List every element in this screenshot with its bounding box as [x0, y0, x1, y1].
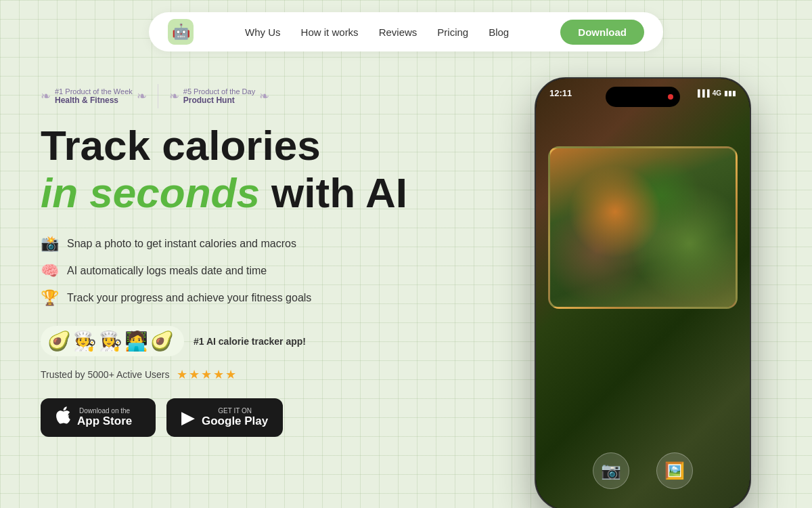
app-store-button[interactable]: Download on the App Store [41, 398, 156, 437]
apple-icon [55, 406, 70, 429]
badge-text-2: #5 Product of the Day Product Hunt [183, 87, 255, 105]
feature-text-3: Track your progress and achieve your fit… [67, 292, 311, 304]
badge-text-1: #1 Product of the Week Health & Fitness [55, 87, 133, 105]
avatar-3: 👩‍🍳 [99, 330, 122, 352]
nav-how-it-works[interactable]: How it works [301, 26, 359, 38]
logo-emoji: 🤖 [172, 23, 190, 41]
main-content: ❧ #1 Product of the Week Health & Fitnes… [0, 64, 812, 508]
award-badges: ❧ #1 Product of the Week Health & Fitnes… [41, 84, 487, 108]
hero-headline-2: in seconds with AI [41, 170, 487, 216]
hero-headline-1: Track calories [41, 123, 487, 167]
network-type: 4G [713, 89, 721, 97]
dynamic-island-dot [668, 94, 673, 100]
feature-item-2: 🧠 AI automatically logs meals date and t… [41, 262, 487, 280]
badge-product-hunt: ❧ #5 Product of the Day Product Hunt ❧ [169, 87, 269, 105]
nav-links: Why Us How it works Reviews Pricing Blog [245, 26, 509, 38]
laurel-left-icon-2: ❧ [169, 89, 179, 104]
phone-mockup: 12:11 ▐▐▐ 4G ▮▮▮ 📷 [535, 77, 751, 508]
navbar: 🤖 Why Us How it works Reviews Pricing Bl… [149, 12, 663, 51]
dynamic-island [606, 87, 680, 107]
features-list: 📸 Snap a photo to get instant calories a… [41, 235, 487, 307]
avatar-2: 🧑‍🍳 [73, 330, 97, 352]
badge-divider [158, 84, 158, 108]
phone-bottom-controls: 📷 🖼️ [536, 452, 750, 489]
camera-button[interactable]: 📷 [593, 452, 629, 489]
trusted-text: Trusted by 5000+ Active Users [41, 369, 170, 380]
nav-download-button[interactable]: Download [560, 20, 644, 45]
laurel-right-icon-2: ❧ [259, 89, 269, 104]
google-play-text: GET IT ON Google Play [202, 407, 268, 428]
feature-text-1: Snap a photo to get instant calories and… [67, 238, 296, 250]
feature-emoji-2: 🧠 [41, 262, 59, 280]
status-icons: ▐▐▐ 4G ▮▮▮ [695, 89, 736, 97]
hero-dark-text: with AI [260, 169, 407, 216]
badge-rank-1: #1 Product of the Week [55, 87, 133, 96]
food-bowl-frame [548, 146, 738, 309]
gallery-icon: 🖼️ [664, 461, 685, 480]
google-play-large-text: Google Play [202, 415, 268, 428]
phone-section: 12:11 ▐▐▐ 4G ▮▮▮ 📷 [514, 77, 771, 508]
nav-pricing[interactable]: Pricing [437, 26, 468, 38]
badge-category-1: Health & Fitness [55, 96, 133, 105]
nav-blog[interactable]: Blog [489, 26, 509, 38]
play-icon: ▶ [181, 407, 195, 428]
badge-health-fitness: ❧ #1 Product of the Week Health & Fitnes… [41, 87, 147, 105]
feature-item-3: 🏆 Track your progress and achieve your f… [41, 289, 487, 307]
phone-food-background [536, 79, 750, 508]
gallery-button[interactable]: 🖼️ [656, 452, 693, 489]
camera-icon: 📷 [601, 461, 621, 480]
laurel-right-icon: ❧ [137, 89, 147, 104]
hero-green-text: in seconds [41, 169, 260, 216]
user-avatars-row: 🥑 🧑‍🍳 👩‍🍳 🧑‍💻 🥑 #1 AI calorie tracker ap… [41, 326, 487, 356]
avatar-1: 🥑 [47, 330, 71, 352]
google-play-button[interactable]: ▶ GET IT ON Google Play [166, 398, 283, 437]
nav-why-us[interactable]: Why Us [245, 26, 281, 38]
app-store-small-text: Download on the [77, 407, 132, 415]
phone-screen: 12:11 ▐▐▐ 4G ▮▮▮ 📷 [536, 79, 750, 508]
battery-icon: ▮▮▮ [724, 89, 736, 97]
avatars-group: 🥑 🧑‍🍳 👩‍🍳 🧑‍💻 🥑 [41, 326, 184, 356]
hero-left: ❧ #1 Product of the Week Health & Fitnes… [41, 77, 487, 437]
google-play-small-text: GET IT ON [202, 407, 268, 415]
avatar-4: 🧑‍💻 [125, 330, 148, 352]
star-rating: ★★★★★ [177, 367, 238, 382]
logo: 🤖 [168, 19, 194, 45]
feature-emoji-3: 🏆 [41, 289, 59, 307]
feature-emoji-1: 📸 [41, 235, 59, 253]
food-bowl-image [550, 148, 736, 307]
app-store-large-text: App Store [77, 415, 132, 428]
store-buttons: Download on the App Store ▶ GET IT ON Go… [41, 398, 487, 437]
badge-rank-2: #5 Product of the Day [183, 87, 255, 96]
ai-badge-label: #1 AI calorie tracker app! [194, 336, 306, 347]
trusted-row: Trusted by 5000+ Active Users ★★★★★ [41, 367, 487, 382]
feature-text-2: AI automatically logs meals date and tim… [67, 265, 267, 277]
app-store-text: Download on the App Store [77, 407, 132, 428]
laurel-left-icon: ❧ [41, 89, 51, 104]
feature-item-1: 📸 Snap a photo to get instant calories a… [41, 235, 487, 253]
nav-reviews[interactable]: Reviews [379, 26, 418, 38]
badge-category-2: Product Hunt [183, 96, 255, 105]
phone-time: 12:11 [549, 88, 572, 98]
avatar-5: 🥑 [150, 330, 174, 352]
signal-icon: ▐▐▐ [695, 89, 709, 97]
